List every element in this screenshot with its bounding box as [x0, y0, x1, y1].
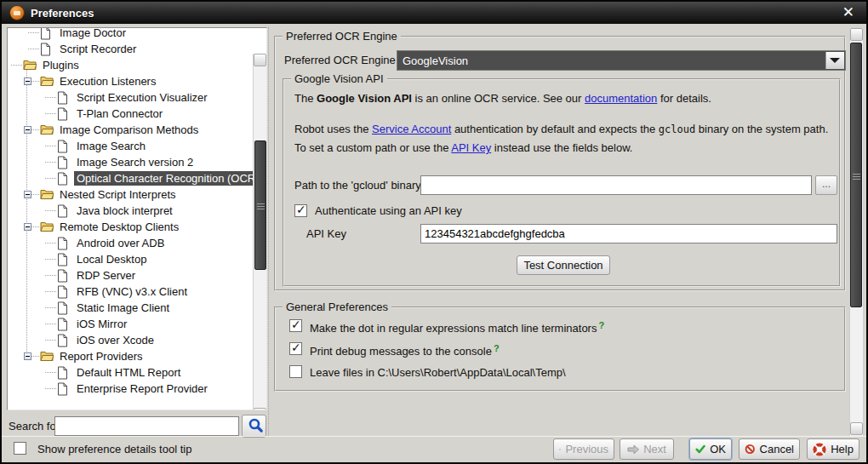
settings-panel: Preferred OCR Engine Preferred OCR Engin…	[272, 26, 848, 438]
tree-item[interactable]: iOS Mirror	[8, 316, 252, 332]
tree-item[interactable]: RFB (VNC) v3.x Client	[8, 284, 252, 300]
collapse-toggle-icon[interactable]	[24, 77, 31, 85]
tree-item-label: Static Image Client	[74, 301, 172, 315]
text-segment: gcloud	[659, 123, 695, 135]
tree-item-label: Optical Character Recognition (OCR)	[74, 171, 262, 186]
scroll-down-icon[interactable]	[254, 408, 266, 410]
tree-item[interactable]: Java block interpret	[8, 203, 252, 219]
tree-connector	[45, 372, 56, 373]
collapse-toggle-icon[interactable]	[24, 352, 31, 360]
tree-connector	[28, 49, 39, 49]
gcloud-path-input[interactable]	[420, 175, 812, 195]
show-tooltip-checkbox[interactable]	[14, 442, 26, 455]
help-question-icon[interactable]: ?	[494, 343, 500, 353]
tree-item[interactable]: RDP Server	[8, 267, 252, 284]
collapse-toggle-icon[interactable]	[24, 223, 31, 231]
inline-link[interactable]: API Key	[451, 141, 491, 154]
help-question-icon[interactable]: ?	[598, 320, 604, 330]
tree-item[interactable]: Image Search version 2	[8, 154, 252, 170]
title-bar[interactable]: Preferences ✕	[2, 2, 866, 24]
regex-dot-checkbox[interactable]	[289, 319, 302, 332]
panel-splitter[interactable]	[268, 27, 269, 436]
tree-item[interactable]: Android over ADB	[8, 235, 252, 251]
ok-button[interactable]: OK	[689, 438, 732, 460]
engine-label: Preferred OCR Engine	[284, 54, 396, 66]
tree-connector	[45, 307, 56, 308]
arrow-left-icon	[559, 444, 561, 455]
browse-button[interactable]: ...	[815, 175, 837, 195]
inline-link[interactable]: documentation	[585, 92, 657, 105]
regex-dot-label: Make the dot in regular expressions matc…	[310, 322, 597, 335]
scroll-up-icon[interactable]	[850, 28, 863, 41]
arrow-right-icon	[627, 444, 639, 455]
panel-vscroll-thumb[interactable]	[850, 43, 862, 307]
general-preferences-group: General Preferences Make the dot in regu…	[274, 306, 846, 392]
inline-link[interactable]: Service Account	[372, 123, 451, 135]
leave-files-label: Leave files in C:\Users\Robert\AppData\L…	[310, 366, 566, 379]
tree-item-label: Image Search	[74, 139, 148, 153]
folder-icon	[40, 123, 54, 138]
tree-item-label: Nested Script Interprets	[57, 187, 179, 202]
tree-item[interactable]: Image Doctor	[8, 27, 252, 41]
check-icon	[695, 444, 705, 455]
tree-item-label: Default HTML Report	[74, 365, 183, 380]
tree-item[interactable]: Optical Character Recognition (OCR)	[8, 170, 252, 186]
tree-item-label: Enterprise Report Provider	[74, 381, 210, 396]
tree-vertical-scrollbar[interactable]	[253, 54, 267, 410]
collapse-toggle-icon[interactable]	[24, 191, 31, 198]
search-input[interactable]	[54, 416, 239, 436]
scroll-down-icon[interactable]	[850, 422, 863, 435]
tree-item[interactable]: Report Providers	[8, 348, 252, 364]
tree-item-label: Image Doctor	[57, 27, 128, 40]
search-button[interactable]	[242, 415, 266, 438]
tree-item[interactable]: Image Comparison Methods	[8, 122, 252, 138]
tree-item[interactable]: Static Image Client	[8, 300, 252, 316]
help-button[interactable]: Help	[807, 438, 859, 460]
debug-messages-label: Print debug messages to the console	[310, 345, 492, 358]
tree-item-label: iOS over Xcode	[74, 333, 157, 347]
show-tooltip-label: Show preference details tool tip	[37, 443, 191, 455]
tree-item[interactable]: Local Desktop	[8, 251, 252, 267]
tree-item[interactable]: Script Execution Visualizer	[8, 89, 252, 106]
tree-connector	[45, 259, 56, 260]
collapse-toggle-icon[interactable]	[24, 126, 31, 134]
tree-item[interactable]: Script Recorder	[8, 41, 252, 57]
tree-item[interactable]: Execution Listeners	[8, 73, 252, 89]
google-vision-group: Google Vision API The Google Vision API …	[283, 78, 841, 287]
tree-item-label: Image Comparison Methods	[57, 123, 201, 137]
leave-files-checkbox[interactable]	[289, 365, 302, 378]
text-segment: Robot uses the	[294, 123, 372, 135]
window-title: Preferences	[31, 7, 94, 20]
tree-item[interactable]: Nested Script Interprets	[8, 186, 252, 203]
footer-bar: Show preference details tool tip Previou…	[2, 436, 866, 462]
tree-item-label: iOS Mirror	[74, 317, 129, 331]
next-button[interactable]: Next	[620, 438, 674, 460]
tree-item[interactable]: Remote Desktop Clients	[8, 219, 252, 235]
tree-item[interactable]: iOS over Xcode	[8, 332, 252, 348]
panel-vertical-scrollbar[interactable]	[849, 27, 864, 437]
tree-item[interactable]: Default HTML Report	[8, 364, 252, 381]
tree-connector	[45, 275, 56, 276]
tree-item[interactable]: Image Search	[8, 138, 252, 154]
tree-connector	[45, 324, 56, 324]
scroll-up-icon[interactable]	[254, 54, 266, 66]
chevron-down-icon[interactable]	[825, 52, 844, 69]
debug-messages-checkbox[interactable]	[289, 342, 302, 355]
gv-auth-text-line2: To set a custom path or use the API Key …	[294, 139, 632, 158]
close-icon[interactable]: ✕	[842, 4, 854, 21]
test-connection-button[interactable]: Test Connection	[517, 255, 610, 275]
tree-item[interactable]: Plugins	[8, 57, 252, 73]
tree-item-label: RDP Server	[74, 268, 138, 283]
api-key-input[interactable]	[420, 224, 837, 243]
document-icon	[57, 382, 68, 398]
tree-vscroll-thumb[interactable]	[254, 140, 266, 270]
tree-item[interactable]: T-Plan Connector	[8, 106, 252, 122]
folder-icon	[40, 75, 54, 89]
cancel-button[interactable]: Cancel	[739, 438, 800, 460]
api-key-auth-label: Authenticate using an API key	[315, 204, 462, 217]
ocr-engine-select[interactable]: GoogleVision	[397, 50, 846, 71]
api-key-auth-checkbox[interactable]	[294, 204, 307, 217]
previous-button[interactable]: Previous	[553, 438, 614, 460]
tree-item[interactable]: Enterprise Report Provider	[8, 381, 252, 397]
text-segment: for details.	[657, 92, 711, 105]
